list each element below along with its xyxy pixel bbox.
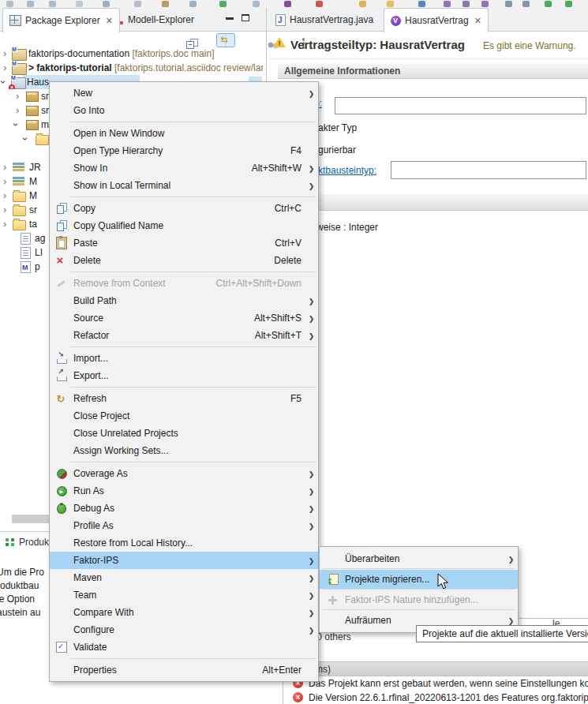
product-component-type-input[interactable] <box>391 161 586 179</box>
toolbar-icon-fragment[interactable] <box>134 1 141 7</box>
toolbar-icon-fragment[interactable] <box>505 1 512 7</box>
chevron-right-icon[interactable] <box>16 105 19 116</box>
chevron-right-icon[interactable] <box>3 48 6 59</box>
toolbar-icon-fragment[interactable] <box>219 1 227 7</box>
toolbar-icon-fragment[interactable] <box>481 1 489 7</box>
menu-item-assign-working-sets[interactable]: Assign Working Sets... <box>50 442 318 459</box>
menu-item-close-project[interactable]: Close Project <box>50 407 318 425</box>
menu-item-copy[interactable]: Copy Ctrl+C <box>50 200 318 217</box>
menu-item-import[interactable]: Import... <box>50 350 318 367</box>
menu-item-debug-as[interactable]: Debug As <box>50 500 318 517</box>
toolbar-icon-fragment[interactable] <box>545 1 552 7</box>
copy-qualified-name-icon <box>57 220 67 231</box>
chevron-right-icon[interactable] <box>3 190 6 201</box>
horizontal-scrollbar-thumb[interactable] <box>12 515 50 523</box>
maximize-view-icon[interactable] <box>242 14 249 21</box>
product-component-type-link[interactable]: ktbausteintyp: <box>318 165 376 176</box>
menu-item-build-path[interactable]: Build Path <box>50 292 318 309</box>
menu-item-accelerator: Alt+Enter <box>262 665 306 676</box>
toolbar-icon-fragment[interactable] <box>76 1 83 7</box>
menu-item-compare-with[interactable]: Compare With <box>50 604 318 621</box>
menu-item-open-in-new-window[interactable]: Open in New Window <box>50 125 318 142</box>
toolbar-icon-fragment[interactable] <box>316 1 323 7</box>
toolbar-icon-fragment[interactable] <box>359 1 366 7</box>
menu-item-maven[interactable]: Maven <box>50 569 318 586</box>
tab-hausratvertrag[interactable]: HausratVertrag ✕ <box>384 8 489 32</box>
chevron-expanded-icon[interactable] <box>20 137 31 140</box>
submenu-item-nature-hinzufuegen[interactable]: Faktor-IPS Nature hinzufügen... <box>320 590 518 609</box>
chevron-expanded-icon[interactable] <box>0 81 9 84</box>
submenu-item-ueberarbeiten[interactable]: Überarbeiten <box>320 549 518 568</box>
link-with-editor-icon[interactable] <box>216 33 235 47</box>
toolbar-icon-fragment[interactable] <box>444 1 451 7</box>
section-header-general[interactable]: Allgemeine Informationen <box>278 64 588 79</box>
toolbar-icon-fragment[interactable] <box>6 1 13 7</box>
close-icon[interactable]: ✕ <box>106 16 113 26</box>
toolbar-icon-fragment[interactable] <box>49 1 56 7</box>
tab-modell-explorer[interactable]: Modell-Explorer <box>107 8 204 32</box>
minimize-view-icon[interactable] <box>226 17 234 24</box>
toolbar-icon-fragment[interactable] <box>27 1 34 7</box>
toolbar-icon-fragment[interactable] <box>253 1 260 7</box>
menu-item-restore-from-local-history[interactable]: Restore from Local History... <box>50 534 318 552</box>
chevron-right-icon[interactable] <box>16 91 19 102</box>
menu-item-accelerator: Ctrl+V <box>275 238 306 249</box>
menu-item-validate[interactable]: Validate <box>50 638 318 656</box>
menu-item-team[interactable]: Team <box>50 586 318 604</box>
menu-item-new[interactable]: New <box>50 84 318 102</box>
toolbar-icon-fragment[interactable] <box>103 1 110 7</box>
tab-produkt-view[interactable]: Produkt <box>0 535 11 551</box>
menu-item-copy-qualified-name[interactable]: Copy Qualified Name <box>50 217 318 234</box>
problem-row[interactable]: Die Version 22.6.1.rfinal_20220613-1201 … <box>283 691 588 704</box>
chevron-right-icon[interactable] <box>3 204 6 215</box>
menu-item-source[interactable]: Source Alt+Shift+S <box>50 309 318 327</box>
problems-group-header[interactable]: s (2 items) <box>283 661 588 676</box>
menu-item-profile-as[interactable]: Profile As <box>50 517 318 534</box>
menu-item-faktor-ips[interactable]: Faktor-IPS <box>50 552 318 569</box>
toolbar-icon-fragment[interactable] <box>565 1 572 7</box>
chevron-right-icon[interactable] <box>3 219 6 230</box>
menu-item-export[interactable]: Export... <box>50 367 318 384</box>
editor-title: Vertragsteiltyp: HausratVertrag <box>290 38 465 51</box>
menu-item-coverage-as[interactable]: Coverage As <box>50 465 318 482</box>
submenu-arrow-icon <box>306 521 316 530</box>
menu-item-refresh[interactable]: Refresh F5 <box>50 390 318 407</box>
menu-item-go-into[interactable]: Go Into <box>50 102 318 119</box>
tab-label: Modell-Explorer <box>128 14 194 25</box>
attribute-list-item[interactable]: weise : Integer <box>316 222 378 233</box>
file-icon <box>21 247 31 259</box>
menu-item-show-in[interactable]: Show In Alt+Shift+W <box>50 159 318 177</box>
menu-item-close-unrelated-projects[interactable]: Close Unrelated Projects <box>50 425 318 442</box>
menu-item-remove-from-context[interactable]: Remove from Context Ctrl+Alt+Shift+Down <box>50 275 318 292</box>
tree-item[interactable]: faktorips-documentation [faktorips.doc m… <box>0 47 263 61</box>
toolbar-icon-fragment[interactable] <box>162 1 169 7</box>
menu-item-show-in-local-terminal[interactable]: Show in Local Terminal <box>50 177 318 194</box>
section-header-attributes[interactable] <box>278 194 588 211</box>
problem-row[interactable]: Das Projekt kann erst gebaut werden, wen… <box>283 676 588 691</box>
tab-package-explorer[interactable]: Package Explorer ✕ <box>2 8 120 32</box>
toolbar-icon-fragment[interactable] <box>463 1 470 7</box>
chevron-right-icon[interactable] <box>3 162 6 173</box>
toolbar-icon-fragment[interactable] <box>387 1 394 7</box>
submenu-item-projekte-migrieren[interactable]: Projekte migrieren... <box>320 570 518 589</box>
chevron-right-icon[interactable] <box>3 176 6 187</box>
menu-item-open-type-hierarchy[interactable]: Open Type Hierarchy F4 <box>50 142 318 159</box>
menu-item-run-as[interactable]: Run As <box>50 482 318 500</box>
menu-item-properties[interactable]: Properties Alt+Enter <box>50 661 318 679</box>
menu-item-configure[interactable]: Configure <box>50 621 318 638</box>
submenu-arrow-icon <box>306 469 316 478</box>
supertype-input[interactable] <box>335 97 586 114</box>
tree-item[interactable]: > faktorips-tutorial [faktorips.tutorial… <box>0 61 263 75</box>
chevron-right-icon[interactable] <box>3 62 6 73</box>
toolbar-icon-fragment[interactable] <box>418 1 425 7</box>
close-icon[interactable]: ✕ <box>474 16 481 26</box>
menu-item-paste[interactable]: Paste Ctrl+V <box>50 234 318 252</box>
toolbar-icon-fragment[interactable] <box>522 1 530 7</box>
library-icon <box>13 163 24 172</box>
toolbar-icon-fragment[interactable] <box>284 1 291 7</box>
tab-hausratvertrag-java[interactable]: HausratVertrag.java <box>269 8 384 32</box>
toolbar-icon-fragment[interactable] <box>189 1 197 7</box>
chevron-expanded-icon[interactable] <box>10 123 21 126</box>
menu-item-refactor[interactable]: Refactor Alt+Shift+T <box>50 327 318 344</box>
menu-item-delete[interactable]: Delete Delete <box>50 252 318 269</box>
